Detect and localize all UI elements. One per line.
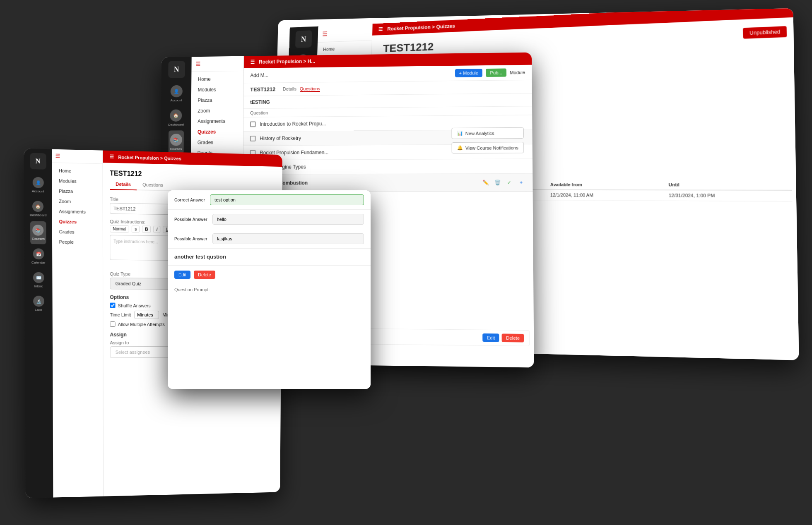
mid-quiz-title: TEST1212: [250, 86, 275, 92]
possible-answer-1-label: Possible Answer: [174, 217, 207, 222]
course-sidebar-header: ☰: [318, 24, 372, 43]
hamburger-icon: ☰: [322, 30, 328, 38]
front-nav-zoom[interactable]: Zoom: [52, 196, 103, 207]
time-limit-input[interactable]: [134, 311, 159, 319]
front-courses-label: Courses: [32, 237, 45, 241]
front-nav-quizzes[interactable]: Quizzes: [52, 216, 103, 227]
mid-courses-icon: 📚: [170, 134, 182, 146]
add-section-btn[interactable]: +: [516, 178, 526, 187]
possible-answer-1-input[interactable]: [212, 214, 364, 225]
notifications-label: View Course Notifications: [465, 145, 518, 151]
unpublish-button[interactable]: Unpublished: [743, 26, 787, 39]
front-nav-modules[interactable]: Modules: [52, 175, 102, 187]
mid-hamburger: ☰: [195, 61, 201, 67]
mid-edit-btn[interactable]: Edit: [482, 333, 499, 342]
correct-answer-label: Correct Answer: [174, 198, 205, 202]
mid-nav-quizzes[interactable]: Quizzes: [191, 126, 243, 137]
front-labs[interactable]: 🔬 Labs: [31, 292, 46, 315]
front-course-sidebar: ☰ Home Modules Piazza Zoom Assignments Q…: [52, 149, 104, 498]
front-dashboard[interactable]: 🏠 Dashboard: [28, 197, 48, 221]
mid-dashboard[interactable]: 🏠 Dashboard: [166, 106, 186, 130]
mid-nav-piazza[interactable]: Piazza: [191, 95, 243, 106]
question-popup: Correct Answer Possible Answer Possible …: [168, 190, 371, 389]
front-quiz-title: TEST1212: [110, 170, 276, 181]
mid-nav-grades[interactable]: Grades: [191, 137, 243, 148]
possible-answer-2-input[interactable]: [212, 233, 364, 244]
front-courses[interactable]: 📚 Courses: [30, 221, 46, 245]
mid-dashboard-label: Dashboard: [168, 123, 184, 127]
multiple-attempts-label: Allow Multiple Attempts: [118, 321, 165, 326]
publish-button[interactable]: Pub...: [486, 68, 506, 77]
front-account-label: Account: [32, 189, 44, 193]
mid-account-label: Account: [171, 98, 182, 102]
multiple-attempts-checkbox[interactable]: [110, 321, 115, 327]
question-actions: Edit Delete: [482, 333, 524, 343]
front-nav-people[interactable]: People: [52, 237, 103, 247]
module-name-2: History of Rocketry: [260, 135, 301, 141]
front-labs-label: Labs: [35, 308, 42, 312]
check-section-btn[interactable]: ✓: [505, 178, 514, 187]
tab-questions[interactable]: Questions: [137, 180, 169, 191]
overlay-question-prompt: Question Prompt:: [168, 284, 371, 295]
question-footer-buttons: Edit Delete: [174, 271, 215, 279]
mid-breadcrumb-ham: ☰: [251, 59, 255, 65]
until-date: 12/31/2024, 1:00 PM: [665, 190, 792, 201]
col-available: Available from: [547, 180, 665, 190]
module-name-1: Introduction to Rocket Propu...: [260, 121, 326, 127]
front-account-icon: 👤: [32, 177, 43, 188]
front-nav-piazza[interactable]: Piazza: [52, 186, 102, 197]
notifications-button[interactable]: 🔔 View Course Notifications: [451, 142, 524, 153]
mid-nav-assignments[interactable]: Assignments: [191, 116, 243, 127]
mid-nav-zoom[interactable]: Zoom: [191, 105, 243, 116]
mid-course-header: ☰: [191, 56, 243, 72]
questions-tab[interactable]: Questions: [300, 86, 320, 92]
toolbar-italic[interactable]: I: [154, 226, 161, 233]
mid-delete-btn[interactable]: Delete: [502, 333, 524, 342]
toolbar-bold[interactable]: B: [142, 225, 151, 233]
mid-breadcrumb-text: Rocket Propulsion > H...: [259, 58, 315, 65]
overlay-delete-button[interactable]: Delete: [194, 271, 215, 279]
instructions-placeholder: Type instructions here...: [113, 239, 158, 244]
logo-text: N: [301, 35, 306, 43]
mid-nav-home[interactable]: Home: [191, 74, 243, 85]
mid-courses[interactable]: 📚 Courses: [168, 130, 183, 154]
front-calendar[interactable]: 📅 Calendar: [29, 245, 47, 268]
front-nav-grades[interactable]: Grades: [52, 227, 103, 237]
mid-dashboard-icon: 🏠: [170, 109, 182, 122]
correct-answer-input[interactable]: [210, 194, 364, 205]
front-dashboard-label: Dashboard: [30, 213, 47, 217]
front-ham-icon: ☰: [110, 154, 114, 160]
available-from: 12/1/2024, 11:00 AM: [547, 190, 665, 201]
shuffle-label-text: Shuffle Answers: [118, 303, 151, 308]
edit-section-btn[interactable]: ✏️: [481, 178, 490, 187]
front-dashboard-icon: 🏠: [32, 201, 43, 212]
front-calendar-label: Calendar: [31, 261, 46, 264]
front-sidebar: N 👤 Account 🏠 Dashboard 📚 Courses 📅 Cale…: [24, 149, 53, 498]
details-tab[interactable]: Details: [283, 86, 296, 92]
overlay-edit-button[interactable]: Edit: [174, 271, 190, 279]
analytics-icon: 📊: [457, 131, 463, 136]
drag-handle-icon: [250, 121, 256, 127]
front-course-header: ☰: [52, 149, 102, 164]
front-inbox-icon: ✉️: [33, 272, 44, 283]
drag-handle-icon: [250, 136, 256, 141]
toolbar-small[interactable]: s: [132, 225, 140, 233]
possible-answer-1-field: Possible Answer: [168, 210, 371, 229]
front-inbox[interactable]: ✉️ Inbox: [31, 268, 46, 291]
front-nav-assignments[interactable]: Assignments: [52, 206, 103, 217]
add-module-button[interactable]: + Module: [455, 69, 483, 77]
shuffle-checkbox[interactable]: [110, 303, 115, 308]
toolbar-normal[interactable]: Normal: [110, 225, 129, 233]
new-analytics-button[interactable]: 📊 New Analytics: [451, 127, 524, 139]
front-nav-home[interactable]: Home: [52, 165, 102, 177]
mid-account[interactable]: 👤 Account: [169, 82, 184, 105]
add-module-text: Add M...: [250, 72, 268, 78]
analytics-label: New Analytics: [465, 131, 494, 136]
mid-account-icon: 👤: [170, 85, 182, 98]
possible-answer-2-label: Possible Answer: [174, 237, 207, 241]
tab-details[interactable]: Details: [110, 179, 137, 190]
quiz-title: TEST1212: [383, 41, 434, 55]
front-account[interactable]: 👤 Account: [30, 173, 46, 197]
mid-nav-modules[interactable]: Modules: [191, 84, 243, 95]
delete-section-btn[interactable]: 🗑️: [493, 178, 502, 187]
